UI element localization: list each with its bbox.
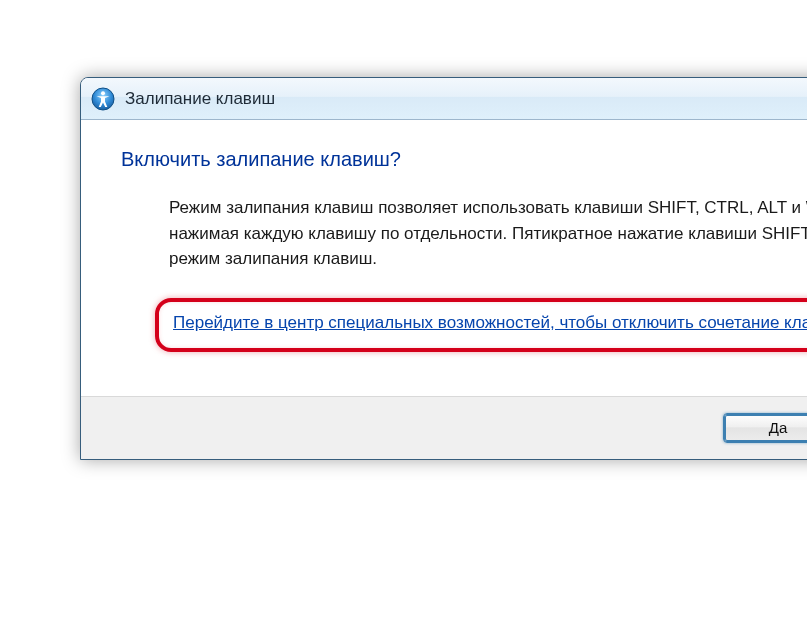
ease-of-access-link[interactable]: Перейдите в центр специальных возможност…	[173, 313, 807, 332]
highlight-annotation: Перейдите в центр специальных возможност…	[155, 298, 807, 352]
svg-point-1	[101, 91, 105, 95]
link-container: Перейдите в центр специальных возможност…	[169, 294, 807, 360]
yes-button[interactable]: Да	[723, 413, 807, 443]
titlebar-title: Залипание клавиш	[125, 89, 275, 109]
sticky-keys-dialog: Залипание клавиш Включить залипание клав…	[80, 77, 807, 460]
accessibility-icon	[91, 87, 115, 111]
body-text: Режим залипания клавиш позволяет использ…	[169, 195, 807, 272]
main-instruction: Включить залипание клавиш?	[121, 148, 807, 171]
content-area: Включить залипание клавиш? Режим залипан…	[81, 120, 807, 396]
dialog-footer: Да Нет	[81, 396, 807, 459]
titlebar: Залипание клавиш	[81, 78, 807, 120]
